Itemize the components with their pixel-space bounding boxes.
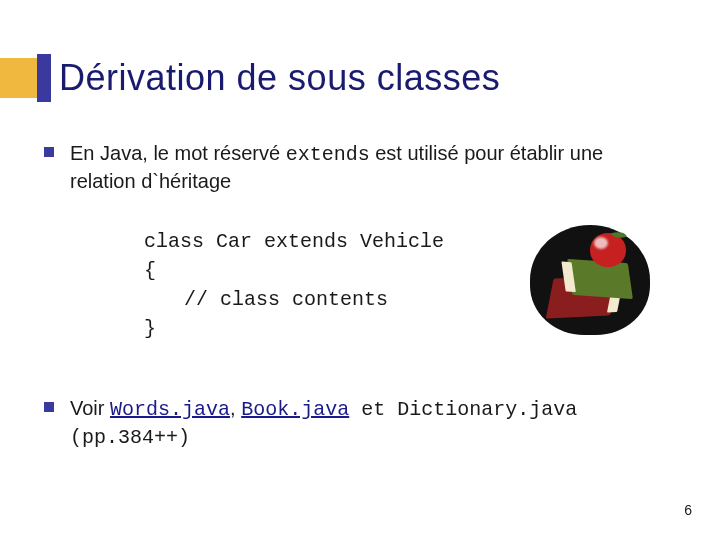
bullet-text-2: Voir Words.java, Book.java et Dictionary…: [70, 395, 650, 451]
b1-keyword: extends: [286, 143, 370, 166]
file-dictionary-java: Dictionary.java: [397, 398, 577, 421]
link-book-java[interactable]: Book.java: [241, 398, 349, 421]
title-decoration: [0, 54, 51, 102]
title-bar: Dérivation de sous classes: [0, 54, 500, 102]
apple-icon: [590, 233, 626, 267]
blue-bar-icon: [37, 54, 51, 102]
b2-sep1: ,: [230, 397, 241, 419]
page-number: 6: [684, 502, 692, 518]
b2-post: (pp.384++): [70, 426, 190, 449]
square-bullet-icon: [44, 402, 54, 412]
slide-title: Dérivation de sous classes: [59, 57, 500, 99]
b2-pre: Voir: [70, 397, 110, 419]
bullet-text-1: En Java, le mot réservé extends est util…: [70, 140, 650, 195]
link-words-java[interactable]: Words.java: [110, 398, 230, 421]
books-apple-clipart: [530, 225, 650, 335]
b1-pre: En Java, le mot réservé: [70, 142, 286, 164]
bullet-item-1: En Java, le mot réservé extends est util…: [44, 140, 680, 195]
yellow-square-icon: [0, 58, 40, 98]
bullet-item-2: Voir Words.java, Book.java et Dictionary…: [44, 395, 680, 451]
b2-mid: et: [349, 398, 397, 421]
square-bullet-icon: [44, 147, 54, 157]
